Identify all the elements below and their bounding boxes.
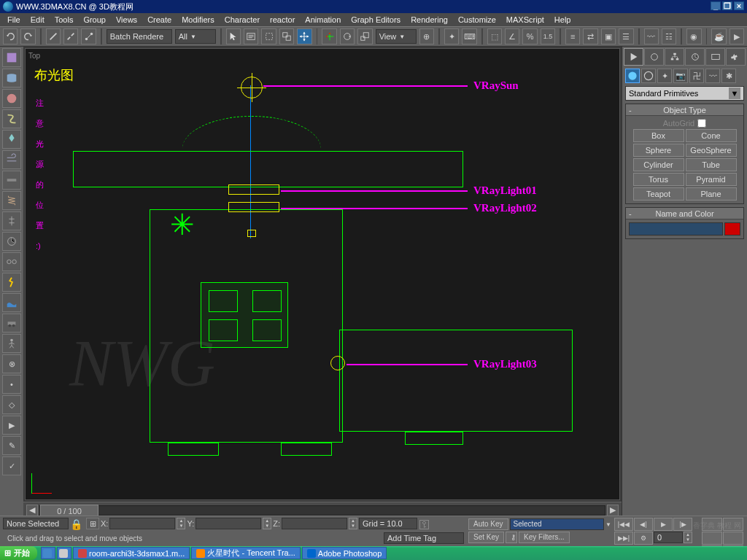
select-button[interactable] (226, 28, 241, 44)
undo-button[interactable] (3, 28, 18, 44)
spring-icon[interactable] (2, 191, 21, 210)
autogrid-checkbox[interactable] (697, 119, 706, 128)
snap-toggle-button[interactable]: ⬚ (487, 28, 502, 44)
rigid-body-icon[interactable] (2, 48, 21, 67)
frame-spinner[interactable]: ▲▼ (684, 532, 692, 543)
unlink-button[interactable] (63, 28, 78, 44)
prism-icon[interactable]: ◇ (2, 395, 21, 414)
scale-button[interactable] (357, 28, 372, 44)
align-button[interactable]: ▣ (601, 28, 616, 44)
prim-tube[interactable]: Tube (686, 158, 737, 171)
move-button[interactable] (322, 28, 336, 44)
select-rect-button[interactable] (261, 28, 276, 44)
taskbar-item-3dsmax[interactable]: room-archi3t-3dsmax1.m... (73, 547, 190, 559)
fracture-icon[interactable] (2, 273, 21, 292)
batch-render-input[interactable] (107, 29, 172, 44)
time-tag-button[interactable]: Add Time Tag (384, 532, 464, 544)
menu-rendering[interactable]: Rendering (406, 15, 452, 25)
menu-group[interactable]: Group (79, 15, 110, 25)
menu-maxscript[interactable]: MAXScript (502, 15, 549, 25)
select-move-button[interactable] (297, 28, 311, 44)
modify-tab[interactable] (644, 48, 664, 66)
start-button[interactable]: ⊞开始 (0, 546, 37, 560)
object-color-swatch[interactable] (724, 222, 740, 236)
motor-icon[interactable] (2, 232, 21, 251)
time-config-button[interactable]: ⚙ (634, 532, 653, 545)
display-tab[interactable] (705, 48, 725, 66)
minimize-button[interactable]: _ (711, 1, 721, 10)
autokey-button[interactable]: Auto Key (468, 518, 508, 530)
close-button[interactable]: × (734, 1, 744, 10)
z-input[interactable] (282, 518, 347, 529)
time-next-button[interactable]: ▶ (607, 505, 619, 516)
mirror-button[interactable]: ⇄ (583, 28, 597, 44)
menu-modifiers[interactable]: Modifiers (177, 15, 219, 25)
y-spinner[interactable]: ▲▼ (263, 518, 271, 529)
key-icon[interactable]: ⚿ (419, 518, 433, 529)
wall-top[interactable] (73, 151, 463, 187)
prim-torus[interactable]: Torus (633, 173, 684, 186)
schematic-button[interactable]: ☷ (662, 28, 676, 44)
layers-button[interactable]: ☰ (619, 28, 633, 44)
lock-selection-icon[interactable]: 🔒 (70, 518, 85, 529)
viewport-top[interactable]: Top 布光图 注意 光源 的位 置:) NWG (25, 48, 620, 500)
render-scene-button[interactable]: ☕ (711, 28, 726, 44)
rope-icon[interactable] (2, 109, 21, 128)
plane-icon[interactable] (2, 171, 21, 190)
step-1[interactable] (168, 443, 219, 456)
analyze-icon[interactable]: ✓ (2, 456, 21, 475)
menu-views[interactable]: Views (112, 15, 142, 25)
menu-customize[interactable]: Customize (454, 15, 500, 25)
point-icon[interactable]: • (2, 375, 21, 394)
deforming-icon[interactable] (2, 130, 21, 149)
menu-character[interactable]: Character (220, 15, 264, 25)
spinner-snap-button[interactable]: 1.5 (541, 28, 555, 44)
systems-subtab[interactable]: ✱ (721, 69, 736, 83)
refcoord-dropdown[interactable]: View▼ (376, 29, 417, 44)
menu-file[interactable]: File (3, 15, 25, 25)
constraint-icon[interactable] (2, 252, 21, 271)
select-manipulate-button[interactable]: ✦ (444, 28, 459, 44)
window-crossing-button[interactable] (279, 28, 294, 44)
goto-end-button[interactable]: ▶▶| (614, 532, 633, 545)
toy-car-icon[interactable] (2, 314, 21, 332)
selection-filter-dropdown[interactable]: All▼ (175, 29, 216, 44)
step-2[interactable] (281, 443, 332, 456)
redo-button[interactable] (20, 28, 35, 44)
menu-edit[interactable]: Edit (26, 15, 49, 25)
vraylight03-gizmo[interactable] (330, 356, 345, 370)
softbody-icon[interactable] (2, 89, 21, 108)
menu-animation[interactable]: Animation (301, 15, 345, 25)
prim-geosphere[interactable]: GeoSphere (686, 144, 737, 157)
foliage-object[interactable] (171, 218, 198, 244)
hierarchy-tab[interactable] (665, 48, 684, 66)
time-prev-button[interactable]: ◀ (26, 505, 38, 516)
quicklaunch-1[interactable] (41, 547, 55, 559)
prim-pyramid[interactable]: Pyramid (686, 173, 737, 186)
key-mode-icon[interactable]: ⚷ (506, 532, 517, 543)
utilities-tab[interactable] (726, 48, 746, 66)
link-button[interactable] (46, 28, 61, 44)
percent-snap-button[interactable]: % (522, 28, 537, 44)
menu-help[interactable]: Help (550, 15, 576, 25)
zoom-extents-all-button[interactable] (723, 532, 743, 545)
prev-frame-button[interactable]: ◀| (634, 518, 653, 531)
motion-tab[interactable] (685, 48, 705, 66)
dashpot-icon[interactable] (2, 211, 21, 230)
prim-plane[interactable]: Plane (686, 187, 737, 201)
time-slider[interactable]: 0 / 100 (39, 505, 605, 516)
goto-start-button[interactable]: |◀◀ (614, 518, 633, 531)
create-anim-icon[interactable]: ✎ (2, 436, 21, 455)
rotate-button[interactable] (340, 28, 355, 44)
preview-icon[interactable]: ▶ (2, 416, 21, 435)
maximize-button[interactable]: ❐ (722, 1, 732, 10)
step-3[interactable] (405, 432, 463, 445)
cameras-subtab[interactable]: 📷 (673, 69, 688, 83)
quick-render-button[interactable]: ▶ (729, 28, 744, 44)
taskbar-item-browser[interactable]: 火星时代 - Tencent Tra... (191, 547, 300, 559)
camera-gizmo[interactable] (247, 230, 256, 237)
abs-rel-toggle[interactable]: ⊞ (86, 518, 99, 529)
y-input[interactable] (196, 518, 261, 529)
menu-tools[interactable]: Tools (50, 15, 78, 25)
object-name-input[interactable] (629, 222, 723, 236)
